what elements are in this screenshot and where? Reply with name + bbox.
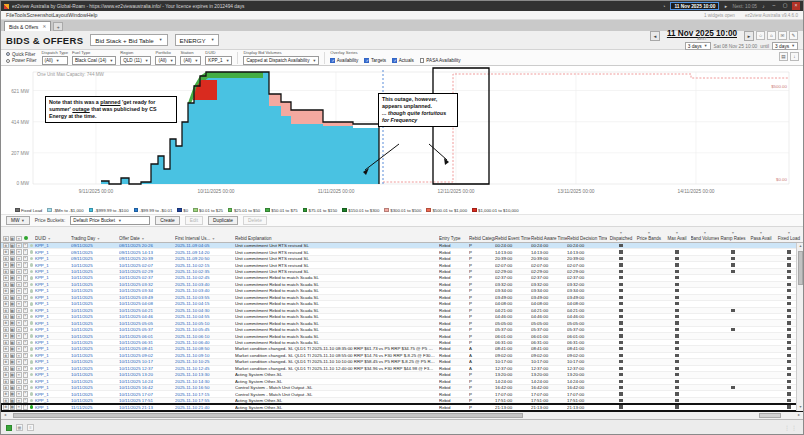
row-gear-icon[interactable]: * bbox=[23, 314, 29, 320]
row-duid-link[interactable]: KPP_1 bbox=[35, 295, 71, 300]
row-offer-date-link[interactable]: 10/11/2025 03:34 bbox=[119, 288, 175, 293]
filter-select[interactable]: KPP_1 ▼ bbox=[205, 56, 232, 65]
row-offer-date-link[interactable]: 10/11/2025 16:42 bbox=[119, 385, 175, 390]
row-list-icon[interactable]: ≡ bbox=[16, 391, 22, 397]
row-offer-date-link[interactable]: 10/11/2025 09:02 bbox=[119, 353, 175, 358]
row-grid-icon[interactable]: ▦ bbox=[10, 385, 16, 391]
row-gear-icon[interactable]: * bbox=[23, 262, 29, 268]
row-list-icon[interactable]: ≡ bbox=[16, 340, 22, 346]
row-gear-icon[interactable]: * bbox=[23, 333, 29, 339]
row-grid-icon[interactable]: ▦ bbox=[10, 295, 16, 301]
header-rebid-explanation[interactable]: Rebid Explanation bbox=[235, 236, 439, 241]
row-offer-date-link[interactable]: 10/11/2025 13:20 bbox=[119, 372, 175, 377]
row-grid-icon[interactable]: ▦ bbox=[10, 314, 16, 320]
row-zoom-icon[interactable]: ⊕ bbox=[3, 353, 9, 359]
status-grid-icon[interactable]: ▦ bbox=[16, 424, 23, 431]
row-duid-link[interactable]: KPP_1 bbox=[35, 256, 71, 261]
row-offer-date-link[interactable]: 10/11/2025 05:05 bbox=[119, 321, 175, 326]
row-list-icon[interactable]: ≡ bbox=[16, 398, 22, 404]
duplicate-bucket-button[interactable]: Duplicate bbox=[208, 216, 238, 225]
pane-divider-handle[interactable] bbox=[759, 413, 781, 418]
row-list-icon[interactable]: ≡ bbox=[16, 314, 22, 320]
row-offer-date-link[interactable]: 10/11/2025 02:37 bbox=[119, 275, 175, 280]
overlay-checkbox[interactable]: Availability bbox=[330, 58, 358, 63]
row-zoom-icon[interactable]: ⊕ bbox=[3, 275, 9, 281]
row-trading-day-link[interactable]: 10/11/2025 bbox=[71, 398, 119, 403]
view-selector[interactable]: Bid Stack + Bid Table ▼ bbox=[90, 34, 167, 46]
scroll-down-arrow[interactable]: ▼ bbox=[797, 404, 804, 411]
header-marker-column[interactable]: ▼ Max Avail bbox=[663, 231, 691, 241]
row-gear-icon[interactable]: * bbox=[23, 353, 29, 359]
row-zoom-icon[interactable]: ⊕ bbox=[3, 359, 9, 365]
sound-icon[interactable]: ♪ bbox=[760, 4, 767, 9]
row-trading-day-link[interactable]: 10/11/2025 bbox=[71, 379, 119, 384]
row-duid-link[interactable]: KPP_1 bbox=[35, 301, 71, 306]
row-gear-icon[interactable]: * bbox=[23, 327, 29, 333]
row-grid-icon[interactable]: ▦ bbox=[10, 333, 16, 339]
row-zoom-icon[interactable]: ⊕ bbox=[3, 308, 9, 314]
row-trading-day-link[interactable]: 10/11/2025 bbox=[71, 340, 119, 345]
row-list-icon[interactable]: ≡ bbox=[16, 320, 22, 326]
row-zoom-icon[interactable]: ⊕ bbox=[3, 269, 9, 275]
row-grid-icon[interactable]: ▦ bbox=[10, 340, 16, 346]
row-first-interval-link[interactable]: 2025-11-10 03:55 bbox=[175, 295, 235, 300]
row-trading-day-link[interactable]: 10/11/2025 bbox=[71, 366, 119, 371]
row-offer-date-link[interactable]: 10/11/2025 06:01 bbox=[119, 334, 175, 339]
row-offer-date-link[interactable]: 10/11/2025 04:21 bbox=[119, 308, 175, 313]
row-zoom-icon[interactable]: ⊕ bbox=[3, 379, 9, 385]
row-zoom-icon[interactable]: ⊕ bbox=[3, 295, 9, 301]
row-duid-link[interactable]: KPP_1 bbox=[35, 288, 71, 293]
row-grid-icon[interactable]: ▦ bbox=[10, 398, 16, 404]
row-first-interval-link[interactable]: 2025-11-10 21:40 bbox=[175, 405, 235, 410]
menu-item[interactable]: Help bbox=[87, 12, 98, 18]
row-offer-date-link[interactable]: 10/11/2025 06:31 bbox=[119, 340, 175, 345]
row-gear-icon[interactable]: * bbox=[23, 308, 29, 314]
scroll-up-arrow[interactable]: ▲ bbox=[797, 243, 804, 250]
row-trading-day-link[interactable]: 10/11/2025 bbox=[71, 301, 119, 306]
row-duid-link[interactable]: KPP_1 bbox=[35, 398, 71, 403]
row-offer-date-link[interactable]: 10/11/2025 10:17 bbox=[119, 359, 175, 364]
row-offer-date-link[interactable]: 10/11/2025 04:08 bbox=[119, 301, 175, 306]
units-selector[interactable]: MW ▼ bbox=[6, 216, 30, 225]
row-list-icon[interactable]: ≡ bbox=[16, 243, 22, 249]
row-duid-link[interactable]: KPP_1 bbox=[35, 250, 71, 255]
row-trading-day-link[interactable]: 10/11/2025 bbox=[71, 372, 119, 377]
header-rebid-category[interactable]: Rebid Category bbox=[469, 236, 495, 241]
row-first-interval-link[interactable]: 2025-11-10 12:45 bbox=[175, 366, 235, 371]
row-grid-icon[interactable]: ▦ bbox=[10, 404, 16, 410]
row-duid-link[interactable]: KPP_1 bbox=[35, 372, 71, 377]
menu-item[interactable]: Layout bbox=[53, 12, 69, 18]
add-tab-button[interactable]: + bbox=[53, 22, 63, 31]
row-trading-day-link[interactable]: 10/11/2025 bbox=[71, 282, 119, 287]
row-grid-icon[interactable]: ▦ bbox=[10, 372, 16, 378]
row-gear-icon[interactable]: * bbox=[23, 295, 29, 301]
row-gear-icon[interactable]: * bbox=[23, 366, 29, 372]
row-gear-icon[interactable]: * bbox=[23, 301, 29, 307]
home-icon[interactable]: ⌂ bbox=[767, 31, 776, 40]
row-duid-link[interactable]: KPP_1 bbox=[35, 392, 71, 397]
row-zoom-icon[interactable]: ⊕ bbox=[3, 346, 9, 352]
tab-bids-and-offers[interactable]: Bids & Offers ✕ bbox=[4, 21, 51, 31]
maximize-button[interactable]: ▢ bbox=[781, 2, 789, 10]
row-offer-date-link[interactable]: 09/11/2025 20:39 bbox=[119, 256, 175, 261]
row-trading-day-link[interactable]: 10/11/2025 bbox=[71, 327, 119, 332]
row-duid-link[interactable]: KPP_1 bbox=[35, 321, 71, 326]
row-grid-icon[interactable]: ▦ bbox=[10, 391, 16, 397]
table-settings-icon[interactable]: ≡ bbox=[16, 236, 22, 242]
row-gear-icon[interactable]: * bbox=[23, 249, 29, 255]
row-grid-icon[interactable]: ▦ bbox=[10, 275, 16, 281]
row-grid-icon[interactable]: ▦ bbox=[10, 320, 16, 326]
row-gear-icon[interactable]: * bbox=[23, 269, 29, 275]
row-list-icon[interactable]: ≡ bbox=[16, 269, 22, 275]
row-offer-date-link[interactable]: 08/11/2025 20:26 bbox=[119, 243, 175, 248]
row-list-icon[interactable]: ≡ bbox=[16, 366, 22, 372]
row-zoom-icon[interactable]: ⊕ bbox=[3, 249, 9, 255]
row-list-icon[interactable]: ≡ bbox=[16, 353, 22, 359]
play-icon[interactable]: ▸ bbox=[722, 4, 729, 9]
row-gear-icon[interactable]: * bbox=[23, 282, 29, 288]
row-first-interval-link[interactable]: 2025-11-10 05:10 bbox=[175, 321, 235, 326]
filter-select[interactable]: (All) ▼ bbox=[42, 56, 68, 65]
row-grid-icon[interactable]: ▦ bbox=[10, 346, 16, 352]
row-duid-link[interactable]: KPP_1 bbox=[35, 346, 71, 351]
scroll-left-arrow[interactable]: ◄ bbox=[1, 412, 9, 419]
